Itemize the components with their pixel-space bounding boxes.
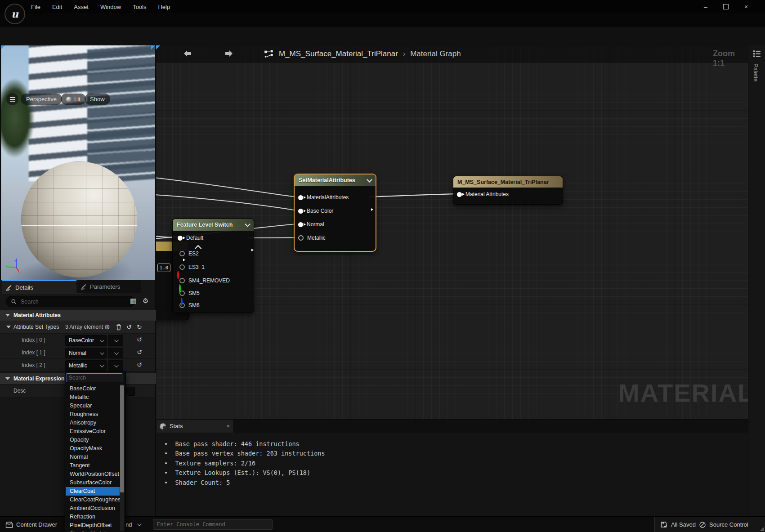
details-search-input[interactable] [20, 298, 112, 305]
breadcrumb-root[interactable]: M_MS_Surface_Material_TriPlanar [279, 49, 398, 58]
minimize-button[interactable]: – [698, 0, 713, 13]
pin-row-normal[interactable]: Normal [298, 221, 324, 228]
pin-row-sm4[interactable]: SM4_REMOVED [179, 277, 230, 284]
material-graph-canvas[interactable]: M_MS_Surface_Material_TriPlanar › Materi… [156, 45, 748, 516]
close-window-button[interactable]: × [738, 0, 754, 13]
details-search-box[interactable] [6, 296, 135, 307]
pin-row-basecolor[interactable]: Base Color [298, 208, 333, 214]
stats-tab-close-icon[interactable]: × [226, 423, 230, 429]
menu-file[interactable]: File [25, 0, 46, 13]
pin-es2-input[interactable] [179, 251, 185, 256]
menu-edit[interactable]: Edit [46, 0, 68, 13]
grid-view-icon[interactable]: ▦ [130, 297, 136, 305]
resize-grip[interactable] [760, 527, 764, 531]
tab-details[interactable]: Details × [2, 280, 83, 294]
value-input-box[interactable]: 1.0 [157, 264, 170, 272]
add-element-icon[interactable]: ⊕ [104, 323, 110, 331]
dropdown-item[interactable]: Opacity [66, 436, 120, 444]
dropdown-item[interactable]: BaseColor [66, 384, 120, 393]
palette-icon[interactable] [753, 49, 761, 58]
dropdown-search-input[interactable] [67, 373, 122, 382]
viewport-menu-button[interactable] [6, 93, 18, 105]
pin-row-material-attributes[interactable]: Material Attributes [457, 191, 509, 197]
index-1-options-dropdown[interactable] [108, 348, 123, 358]
pin-r-output[interactable] [177, 271, 179, 279]
dropdown-item[interactable]: Refraction [66, 513, 120, 521]
maximize-button[interactable] [718, 0, 734, 13]
dropdown-scrollbar-thumb[interactable] [120, 385, 124, 492]
material-attributes-header[interactable]: Material Attributes [0, 310, 161, 321]
index-0-value-dropdown[interactable]: BaseColor [65, 335, 107, 346]
dropdown-item[interactable]: Tangent [66, 461, 120, 470]
node-setma-header[interactable]: SetMaterialAttributes [295, 174, 376, 186]
pin-row-es2[interactable]: ES2 [179, 250, 199, 257]
pin-row-es3_1[interactable]: ES3_1 [179, 264, 205, 270]
pin-normal-input[interactable] [298, 222, 303, 227]
trash-icon[interactable] [116, 324, 122, 331]
gear-icon[interactable]: ⚙ [143, 297, 148, 305]
pin-row-materialattributes[interactable]: MaterialAttributes [298, 194, 349, 201]
stats-tab[interactable]: Stats × [157, 420, 233, 433]
attribute-set-types-row[interactable]: Attribute Set Types 3 Array element ⊕ ↺ … [0, 321, 155, 334]
redo-icon[interactable]: ↻ [137, 323, 142, 331]
dropdown-item[interactable]: SubsurfaceColor [66, 478, 120, 487]
palette-tab[interactable]: Palette [752, 63, 759, 81]
dropdown-item[interactable]: OpacityMask [66, 444, 120, 453]
pin-sm4-input[interactable] [179, 278, 185, 283]
breadcrumb-current[interactable]: Material Graph [410, 49, 461, 58]
index-2-options-dropdown[interactable] [108, 360, 123, 371]
dropdown-item[interactable]: AmbientOcclusion [66, 504, 120, 513]
dropdown-item[interactable]: EmissiveColor [66, 427, 120, 436]
tab-parameters[interactable]: Parameters [76, 280, 141, 293]
index-0-options-dropdown[interactable] [108, 335, 123, 346]
pin-g-output[interactable] [179, 284, 181, 293]
node-feature-level-switch[interactable]: Feature Level Switch Default ES2 ES3_1 S… [172, 219, 254, 313]
dropdown-item[interactable]: Normal [66, 453, 120, 461]
show-button[interactable]: Show [85, 94, 110, 105]
console-command-input[interactable] [153, 519, 273, 530]
pin-row-metallic[interactable]: Metallic [298, 235, 326, 241]
menu-tools[interactable]: Tools [127, 0, 152, 13]
reset-icon[interactable]: ↺ [137, 336, 142, 343]
lit-button[interactable]: Lit [61, 94, 86, 105]
source-control-button[interactable]: Source Control [699, 517, 748, 532]
node-output-header[interactable]: M_MS_Surface_Material_TriPlanar [453, 176, 563, 188]
dropdown-scrollbar[interactable] [120, 384, 124, 531]
undo-icon[interactable]: ↺ [126, 323, 132, 331]
index-1-value-dropdown[interactable]: Normal [65, 348, 107, 358]
back-arrow-button[interactable] [182, 49, 193, 58]
dropdown-item[interactable]: WorldPositionOffset [66, 470, 120, 478]
pin-basecolor-input[interactable] [298, 209, 303, 214]
all-saved-button[interactable]: All Saved [660, 517, 696, 532]
preview-viewport[interactable]: Perspective Lit Show z x [1, 45, 155, 280]
menu-asset[interactable]: Asset [68, 0, 94, 13]
node-set-material-attributes[interactable]: SetMaterialAttributes MaterialAttributes… [294, 174, 376, 252]
perspective-button[interactable]: Perspective [21, 94, 62, 105]
pin-metallic-input[interactable] [298, 235, 304, 241]
pin-row-sm5[interactable]: SM5 [179, 290, 200, 296]
forward-arrow-button[interactable] [224, 49, 234, 58]
dropdown-item[interactable]: Roughness [66, 410, 120, 419]
pin-material-attributes-input[interactable] [457, 192, 462, 197]
preview-sphere[interactable] [21, 161, 137, 277]
reset-icon[interactable]: ↺ [137, 349, 142, 356]
dropdown-item[interactable]: Specular [66, 402, 120, 410]
pin-materialattributes-input[interactable] [298, 195, 303, 200]
dropdown-item[interactable]: PixelDepthOffset [66, 521, 120, 530]
dropdown-item[interactable]: Anisotropy [66, 419, 120, 427]
index-2-value-dropdown[interactable]: Metallic [65, 360, 107, 371]
dropdown-item[interactable]: Metallic [66, 393, 120, 402]
pin-b-output[interactable] [181, 298, 183, 306]
menu-window[interactable]: Window [94, 0, 127, 13]
desc-field-end[interactable] [126, 387, 135, 396]
node-fls-header[interactable]: Feature Level Switch [173, 219, 254, 231]
pin-es3-input[interactable] [179, 264, 185, 270]
pin-default-input[interactable] [178, 236, 183, 241]
node-material-output[interactable]: M_MS_Surface_Material_TriPlanar Material… [453, 176, 563, 205]
menu-help[interactable]: Help [152, 0, 176, 13]
dropdown-item[interactable]: ShadingModel [66, 530, 120, 532]
unreal-logo[interactable]: u [4, 4, 25, 24]
reset-icon[interactable]: ↺ [137, 361, 142, 368]
dropdown-item[interactable]: ClearCoatRoughness [66, 496, 120, 504]
dropdown-item-selected[interactable]: ClearCoat [66, 487, 120, 496]
